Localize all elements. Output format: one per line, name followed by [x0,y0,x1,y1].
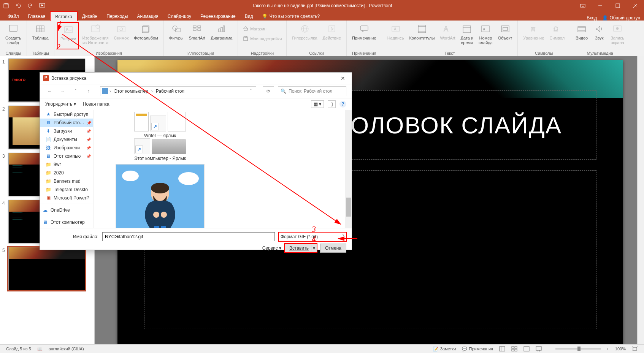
pictures-button[interactable]: Рисунки [57,22,79,49]
tab-view[interactable]: Вид [240,11,258,21]
breadcrumb-dropdown[interactable]: ˅ [247,89,254,94]
textbox-button[interactable]: AНадпись [385,22,406,49]
cancel-button[interactable]: Отмена [320,244,346,253]
zoom-slider[interactable] [555,348,601,350]
sidebar-powerpoint[interactable]: ▣Microsoft PowerP [40,194,93,202]
equation-button[interactable]: πУравнение [521,22,546,49]
spellcheck-button[interactable]: 📖 [34,345,46,353]
sidebar-folder-2020[interactable]: 📁2020 [40,169,93,177]
file-list[interactable]: ↗ Writer — ярлык ↗ Этот компьютер - Ярлы… [94,110,352,228]
zoom-out-button[interactable]: − [545,345,553,353]
zoom-level[interactable]: 100% [612,345,629,353]
smartart-button[interactable]: SmartArt [187,22,208,49]
shapes-button[interactable]: Фигуры [167,22,186,49]
file-this-pc-shortcut[interactable]: ↗ Этот компьютер - Ярлык [97,138,223,161]
sidebar-downloads[interactable]: ⬇Загрузки📌 [40,127,93,135]
photo-album-button[interactable]: Фотоальбом [132,22,160,49]
sidebar-desktop[interactable]: 🖥Рабочий сто…📌 [40,119,93,127]
date-time-button[interactable]: Дата и время [458,22,476,49]
maximize-icon[interactable] [609,0,627,11]
file-nycgifathon[interactable]: NYCGifathon12.gif [97,164,223,228]
sidebar-pictures[interactable]: 🖼Изображени📌 [40,144,93,152]
wordart-button[interactable]: AWordArt [438,22,457,49]
new-folder-button[interactable]: Новая папка [83,101,109,107]
table-button[interactable]: Таблица [30,22,51,49]
sidebar-this-pc[interactable]: 🖥Этот компьютер [40,218,93,226]
sidebar-folder-telegram[interactable]: 📁Telegram Deskto [40,185,93,194]
slide-sorter-view-icon[interactable] [508,345,520,353]
reading-view-icon[interactable] [520,345,533,353]
store-button[interactable]: Магазин [241,25,268,33]
filename-input[interactable] [102,232,275,241]
action-button[interactable]: Действие [320,22,343,49]
save-icon[interactable] [0,0,12,11]
dialog-close-button[interactable]: ✕ [334,73,352,84]
redo-icon[interactable] [24,0,36,11]
hyperlink-button[interactable]: Гиперссылка [290,22,319,49]
up-button[interactable]: ↑ [84,87,93,96]
tab-transitions[interactable]: Переходы [102,11,132,21]
tab-insert[interactable]: Вставка [50,11,78,21]
notes-button[interactable]: 📝 Заметки [430,345,459,353]
online-pictures-button[interactable]: Изображения из Интернета [80,22,111,49]
sidebar-this-pc-pin[interactable]: 🖥Этот компью📌 [40,152,93,160]
minimize-icon[interactable] [592,0,609,11]
tab-animation[interactable]: Анимация [132,11,163,21]
view-options-button[interactable]: ▦ ▾ [311,100,324,108]
object-button[interactable]: Объект [496,22,514,49]
back-button[interactable]: ← [45,87,54,96]
sidebar-documents[interactable]: 📄Документы📌 [40,135,93,144]
symbol-button[interactable]: ΩСимвол [547,22,567,49]
help-button[interactable]: ? [339,101,346,108]
organize-button[interactable]: Упорядочить ▾ [45,101,76,107]
forward-button[interactable]: → [58,87,67,96]
slide-indicator[interactable]: Слайд 5 из 5 [3,345,34,353]
address-bar[interactable]: › Этот компьютер › Рабочий стол ˅ [100,86,256,96]
screen-recording-button[interactable]: Запись экрана [608,22,627,49]
vertical-scrollbar[interactable] [637,56,644,345]
file-list-scrollbar[interactable] [345,110,352,228]
chevron-down-icon[interactable]: ▾ [311,245,315,251]
sidebar-quick-access[interactable]: ★Быстрый доступ [40,110,93,119]
slideshow-view-icon[interactable] [533,345,545,353]
dialog-titlebar[interactable]: Вставка рисунка ✕ [40,73,352,84]
filetype-select[interactable]: Формат GIF (*.gif) ˅ [279,232,346,241]
tell-me-search[interactable]: 💡 Что вы хотите сделать? [257,11,324,21]
recent-locations-button[interactable]: ˅ [71,87,80,96]
navigation-pane[interactable]: ★Быстрый доступ 🖥Рабочий сто…📌 ⬇Загрузки… [40,110,94,228]
undo-icon[interactable] [12,0,24,11]
my-addins-button[interactable]: Мои надстройки [241,35,283,43]
language-indicator[interactable]: английский (США) [46,345,87,353]
normal-view-icon[interactable] [496,345,508,353]
video-button[interactable]: Видео [573,22,590,49]
new-slide-button[interactable]: Создать слайд [3,22,24,49]
share-button[interactable]: 👤 Общий доступ [602,15,640,21]
tab-home[interactable]: Главная [24,11,50,21]
tab-slideshow[interactable]: Слайд-шоу [163,11,196,21]
chart-button[interactable]: Диаграмма [208,22,235,49]
audio-button[interactable]: Звук [591,22,608,49]
start-from-beginning-icon[interactable] [36,0,49,11]
tab-file[interactable]: Файл [3,11,24,21]
comment-button[interactable]: Примечание [350,22,379,49]
search-input[interactable]: 🔍 Поиск: Рабочий стол [278,86,346,96]
sidebar-folder-9wr[interactable]: 📁9wr [40,160,93,169]
refresh-button[interactable]: ⟳ [263,86,274,96]
file-writer-shortcut[interactable]: ↗ Writer — ярлык [97,112,223,138]
fit-to-window-button[interactable] [629,345,641,353]
tab-review[interactable]: Рецензирование [196,11,240,21]
preview-pane-button[interactable]: ▯ [328,100,336,108]
sidebar-onedrive[interactable]: ☁OneDrive [40,206,93,214]
comments-button[interactable]: 💬 Примечания [459,345,496,353]
ribbon-display-options-icon[interactable] [574,0,592,11]
sidebar-folder-banners[interactable]: 📁Banners msd [40,177,93,185]
zoom-in-button[interactable]: + [603,345,612,353]
signin-button[interactable]: Вход [587,15,597,21]
tools-button[interactable]: Сервис ▾ [262,245,281,251]
insert-button[interactable]: Вставить ▾ [284,244,317,253]
screenshot-button[interactable]: Снимок [112,22,131,49]
tab-design[interactable]: Дизайн [78,11,102,21]
close-icon[interactable] [627,0,644,11]
header-footer-button[interactable]: Колонтитулы [407,22,437,49]
slide-number-button[interactable]: #Номер слайда [476,22,495,49]
